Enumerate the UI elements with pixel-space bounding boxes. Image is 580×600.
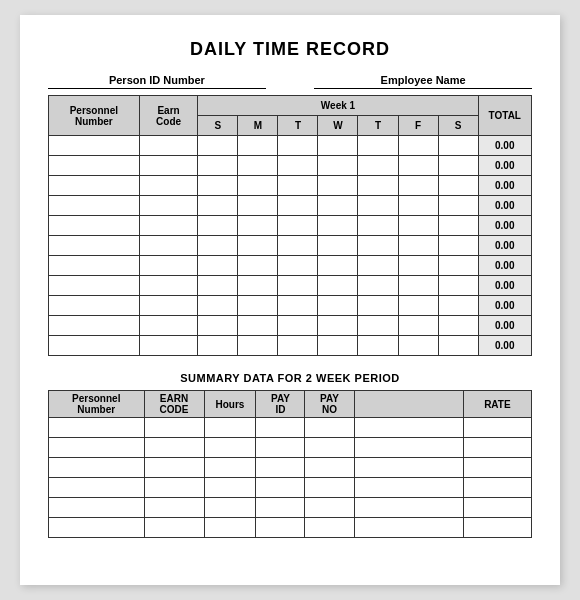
earn-code-cell[interactable] xyxy=(139,276,198,296)
summary-cell[interactable] xyxy=(49,458,145,478)
earn-code-cell[interactable] xyxy=(139,176,198,196)
summary-cell[interactable] xyxy=(204,438,256,458)
day-cell[interactable] xyxy=(278,156,318,176)
day-cell[interactable] xyxy=(318,196,358,216)
day-cell[interactable] xyxy=(358,296,398,316)
summary-cell[interactable] xyxy=(256,498,305,518)
earn-code-cell[interactable] xyxy=(139,156,198,176)
summary-cell[interactable] xyxy=(204,478,256,498)
day-cell[interactable] xyxy=(398,156,438,176)
day-cell[interactable] xyxy=(278,276,318,296)
summary-table-row[interactable] xyxy=(49,438,532,458)
day-cell[interactable] xyxy=(318,136,358,156)
day-cell[interactable] xyxy=(438,156,478,176)
day-cell[interactable] xyxy=(438,236,478,256)
day-cell[interactable] xyxy=(318,216,358,236)
summary-cell[interactable] xyxy=(256,438,305,458)
day-cell[interactable] xyxy=(238,276,278,296)
day-cell[interactable] xyxy=(238,236,278,256)
time-table-row[interactable]: 0.00 xyxy=(49,156,532,176)
day-cell[interactable] xyxy=(278,176,318,196)
summary-cell[interactable] xyxy=(305,418,354,438)
summary-cell[interactable] xyxy=(204,498,256,518)
day-cell[interactable] xyxy=(278,296,318,316)
summary-cell[interactable] xyxy=(354,498,463,518)
time-table-row[interactable]: 0.00 xyxy=(49,236,532,256)
summary-table-row[interactable] xyxy=(49,498,532,518)
day-cell[interactable] xyxy=(238,156,278,176)
summary-cell[interactable] xyxy=(49,418,145,438)
day-cell[interactable] xyxy=(318,296,358,316)
day-cell[interactable] xyxy=(198,236,238,256)
day-cell[interactable] xyxy=(398,176,438,196)
summary-cell[interactable] xyxy=(144,478,204,498)
summary-table-row[interactable] xyxy=(49,478,532,498)
summary-cell[interactable] xyxy=(305,438,354,458)
day-cell[interactable] xyxy=(358,336,398,356)
day-cell[interactable] xyxy=(438,336,478,356)
summary-cell[interactable] xyxy=(49,518,145,538)
day-cell[interactable] xyxy=(358,256,398,276)
day-cell[interactable] xyxy=(358,316,398,336)
day-cell[interactable] xyxy=(398,136,438,156)
time-table-row[interactable]: 0.00 xyxy=(49,196,532,216)
day-cell[interactable] xyxy=(358,236,398,256)
day-cell[interactable] xyxy=(318,156,358,176)
day-cell[interactable] xyxy=(398,276,438,296)
summary-cell[interactable] xyxy=(49,478,145,498)
time-table-row[interactable]: 0.00 xyxy=(49,336,532,356)
summary-cell[interactable] xyxy=(256,418,305,438)
day-cell[interactable] xyxy=(238,176,278,196)
personnel-cell[interactable] xyxy=(49,296,140,316)
day-cell[interactable] xyxy=(358,176,398,196)
summary-cell[interactable] xyxy=(463,418,531,438)
summary-cell[interactable] xyxy=(354,518,463,538)
time-table-row[interactable]: 0.00 xyxy=(49,176,532,196)
day-cell[interactable] xyxy=(438,276,478,296)
day-cell[interactable] xyxy=(438,216,478,236)
day-cell[interactable] xyxy=(398,296,438,316)
personnel-cell[interactable] xyxy=(49,136,140,156)
day-cell[interactable] xyxy=(198,276,238,296)
earn-code-cell[interactable] xyxy=(139,256,198,276)
day-cell[interactable] xyxy=(318,276,358,296)
day-cell[interactable] xyxy=(238,196,278,216)
day-cell[interactable] xyxy=(278,236,318,256)
day-cell[interactable] xyxy=(198,336,238,356)
personnel-cell[interactable] xyxy=(49,216,140,236)
summary-cell[interactable] xyxy=(305,498,354,518)
personnel-cell[interactable] xyxy=(49,196,140,216)
day-cell[interactable] xyxy=(358,216,398,236)
earn-code-cell[interactable] xyxy=(139,316,198,336)
summary-cell[interactable] xyxy=(463,458,531,478)
summary-cell[interactable] xyxy=(144,418,204,438)
time-table-row[interactable]: 0.00 xyxy=(49,216,532,236)
time-table-row[interactable]: 0.00 xyxy=(49,276,532,296)
day-cell[interactable] xyxy=(238,216,278,236)
personnel-cell[interactable] xyxy=(49,236,140,256)
day-cell[interactable] xyxy=(398,196,438,216)
day-cell[interactable] xyxy=(318,236,358,256)
summary-cell[interactable] xyxy=(144,438,204,458)
summary-cell[interactable] xyxy=(463,438,531,458)
summary-cell[interactable] xyxy=(144,498,204,518)
day-cell[interactable] xyxy=(278,216,318,236)
summary-cell[interactable] xyxy=(144,458,204,478)
day-cell[interactable] xyxy=(438,316,478,336)
day-cell[interactable] xyxy=(438,176,478,196)
summary-cell[interactable] xyxy=(144,518,204,538)
day-cell[interactable] xyxy=(358,156,398,176)
day-cell[interactable] xyxy=(198,316,238,336)
summary-cell[interactable] xyxy=(256,458,305,478)
day-cell[interactable] xyxy=(438,196,478,216)
day-cell[interactable] xyxy=(318,256,358,276)
summary-cell[interactable] xyxy=(463,518,531,538)
day-cell[interactable] xyxy=(198,196,238,216)
summary-cell[interactable] xyxy=(305,518,354,538)
summary-cell[interactable] xyxy=(204,418,256,438)
personnel-cell[interactable] xyxy=(49,156,140,176)
day-cell[interactable] xyxy=(198,176,238,196)
day-cell[interactable] xyxy=(358,136,398,156)
summary-cell[interactable] xyxy=(354,478,463,498)
personnel-cell[interactable] xyxy=(49,276,140,296)
